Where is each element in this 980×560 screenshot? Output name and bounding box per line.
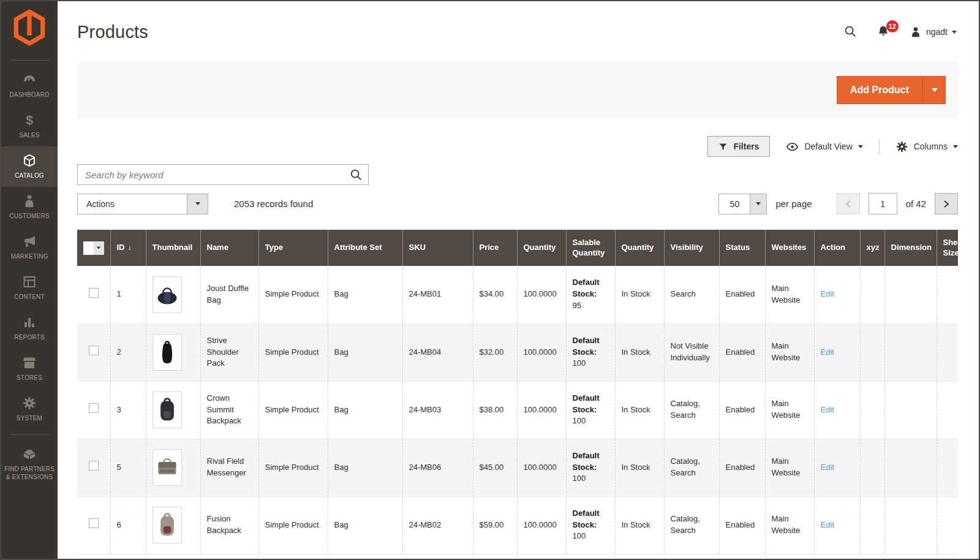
row-checkbox[interactable]: [89, 461, 99, 471]
page-size-dropdown[interactable]: 50: [718, 194, 767, 214]
stores-icon: [22, 355, 37, 370]
row-checkbox[interactable]: [89, 346, 99, 355]
add-product-dropdown-toggle[interactable]: [922, 76, 946, 104]
products-table-body: 1Joust Duffle BagSimple ProductBag24-MB0…: [77, 266, 958, 554]
edit-link[interactable]: Edit: [821, 520, 834, 529]
sidebar-item-system[interactable]: SYSTEM: [1, 389, 58, 429]
cell-status: Enabled: [719, 266, 765, 324]
cell-stock-status: In Stock: [615, 324, 664, 381]
column-header-quantity[interactable]: Quantity: [615, 229, 664, 266]
select-all-checkbox[interactable]: [83, 241, 94, 255]
page-size-caret[interactable]: [750, 194, 766, 214]
product-thumbnail[interactable]: [153, 392, 182, 428]
edit-link[interactable]: Edit: [821, 405, 834, 414]
sidebar-item-dashboard[interactable]: DASHBOARD: [1, 66, 58, 106]
cell-select: [77, 439, 110, 496]
sidebar-item-content[interactable]: CONTENT: [1, 268, 58, 308]
product-thumbnail[interactable]: [153, 276, 182, 313]
notification-count-badge[interactable]: 12: [886, 20, 899, 32]
column-header-sku[interactable]: SKU: [402, 229, 473, 266]
column-header-visibility[interactable]: Visibility: [664, 229, 719, 266]
user-avatar-icon: [910, 26, 922, 38]
column-header-sheet-size[interactable]: Sheet Size: [937, 229, 958, 266]
actions-dropdown[interactable]: Actions: [77, 194, 208, 214]
current-page-input[interactable]: [869, 193, 897, 214]
filters-button[interactable]: Filters: [707, 136, 770, 157]
cell-price: $45.00: [473, 439, 517, 496]
user-menu[interactable]: ngadt: [910, 26, 957, 38]
column-header-type[interactable]: Type: [258, 229, 328, 266]
salable-stock-label: Default Stock:: [573, 336, 600, 357]
column-header-action[interactable]: Action: [814, 229, 860, 266]
column-header-id[interactable]: ID↓: [110, 229, 146, 266]
cell-type: Simple Product: [258, 496, 328, 554]
view-selector[interactable]: Default View: [786, 140, 862, 153]
row-checkbox[interactable]: [89, 288, 99, 298]
sidebar-divider: [10, 60, 49, 61]
cell-salable-quantity: Default Stock:95: [566, 266, 615, 324]
edit-link[interactable]: Edit: [821, 347, 834, 357]
sidebar-item-reports[interactable]: REPORTS: [1, 308, 58, 349]
columns-selector[interactable]: Columns: [895, 140, 958, 153]
cell-websites: Main Website: [765, 266, 814, 324]
cell-visibility: Not Visible Individually: [664, 324, 719, 381]
sidebar-item-stores[interactable]: STORES: [1, 349, 58, 389]
row-checkbox[interactable]: [89, 518, 99, 528]
column-header-attribute-set[interactable]: Attribute Set: [328, 229, 402, 266]
column-header-name[interactable]: Name: [200, 229, 258, 266]
cell-thumbnail: [146, 266, 200, 324]
cell-visibility: Catalog, Search: [664, 439, 719, 496]
column-header-xyz[interactable]: xyz: [860, 229, 884, 266]
column-header-dimension[interactable]: Dimension: [884, 229, 937, 266]
next-page-button[interactable]: [935, 193, 958, 214]
page-header: Products 12 ngadt: [58, 1, 979, 62]
product-thumbnail[interactable]: [153, 449, 182, 486]
cell-price: $34.00: [473, 266, 517, 324]
actions-dropdown-caret[interactable]: [187, 194, 208, 214]
row-checkbox[interactable]: [89, 403, 99, 413]
product-thumbnail[interactable]: [153, 334, 182, 371]
sidebar-item-catalog[interactable]: CATALOG: [1, 146, 58, 187]
table-header-row: ID↓ThumbnailNameTypeAttribute SetSKUPric…: [77, 229, 958, 266]
column-header-salable-quantity[interactable]: Salable Quantity: [566, 229, 615, 266]
sidebar-item-label: DASHBOARD: [9, 91, 49, 99]
sidebar-item-sales[interactable]: $SALES: [1, 106, 58, 146]
cell-stock-status: In Stock: [615, 266, 664, 324]
edit-link[interactable]: Edit: [821, 289, 834, 298]
cell-sku: 24-MB01: [402, 266, 473, 324]
column-header-status[interactable]: Status: [719, 229, 765, 266]
product-row-1: 1Joust Duffle BagSimple ProductBag24-MB0…: [77, 266, 958, 324]
column-header-thumbnail[interactable]: Thumbnail: [146, 229, 200, 266]
cell-sku: 24-MB06: [402, 439, 473, 496]
column-header-quantity[interactable]: Quantity: [517, 229, 566, 266]
notifications-bell-icon[interactable]: 12: [876, 25, 891, 39]
magento-logo[interactable]: [1, 1, 58, 55]
cell-websites: Main Website: [765, 324, 814, 381]
per-page-label: per page: [775, 199, 812, 209]
sidebar-item-marketing[interactable]: MARKETING: [1, 227, 58, 268]
cell-attribute-set: Bag: [328, 496, 402, 554]
dashboard-icon: [22, 72, 37, 87]
select-all-dropdown[interactable]: [94, 241, 104, 255]
search-input[interactable]: [77, 164, 369, 185]
cell-websites: Main Website: [765, 439, 814, 496]
add-product-button[interactable]: Add Product: [837, 76, 922, 104]
view-label: Default View: [804, 142, 852, 151]
reports-icon: [22, 315, 37, 330]
chevron-down-icon: [756, 202, 761, 205]
column-header-price[interactable]: Price: [473, 229, 517, 266]
chevron-down-icon: [953, 145, 958, 148]
cell-visibility: Catalog, Search: [664, 381, 719, 439]
product-row-6: 6Fusion BackpackSimple ProductBag24-MB02…: [77, 496, 958, 554]
edit-link[interactable]: Edit: [821, 463, 834, 472]
product-thumbnail[interactable]: [153, 507, 182, 543]
sidebar-item-find-partners[interactable]: FIND PARTNERS & EXTENSIONS: [1, 440, 58, 488]
cell-stock-status: In Stock: [615, 381, 664, 439]
global-search-icon[interactable]: [843, 25, 858, 39]
column-header-websites[interactable]: Websites: [765, 229, 814, 266]
search-icon[interactable]: [349, 168, 363, 181]
header-actions: 12 ngadt: [843, 25, 957, 39]
sidebar-item-customers[interactable]: CUSTOMERS: [1, 187, 58, 227]
cell-quantity: 100.0000: [517, 496, 566, 554]
previous-page-button[interactable]: [837, 193, 860, 214]
